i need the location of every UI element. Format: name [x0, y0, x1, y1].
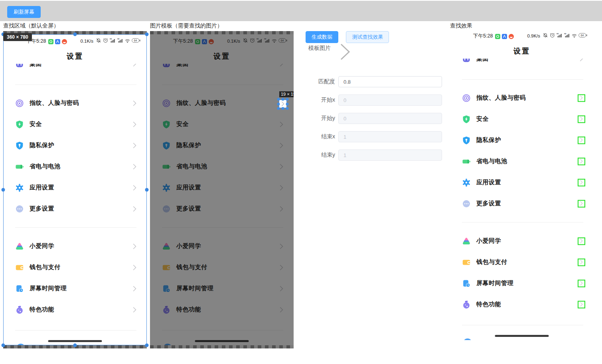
phone-screenshot[interactable]: 下午5:280.1K/sHDHD64设置桌面指纹、人脸与密码安全隐私保护省电与电…: [150, 34, 294, 345]
settings-item-label: 钱包与支付: [30, 264, 61, 271]
template-image-label: 模板图片: [308, 45, 331, 52]
wifi-icon: [125, 37, 130, 45]
status-time: 下午5:28: [473, 33, 493, 39]
selection-handle[interactable]: [73, 344, 77, 347]
selection-handle[interactable]: [145, 188, 149, 192]
chevron-right-icon: [133, 206, 136, 212]
settings-list-item: 应用设置: [450, 172, 594, 193]
match-highlight-box: [578, 94, 585, 102]
svg-text:HD: HD: [117, 38, 120, 40]
end-y-input[interactable]: [338, 150, 442, 161]
template-selection-handle[interactable]: [277, 98, 280, 101]
settings-list-item: 屏幕时间管理: [450, 273, 594, 294]
chevron-right-icon: [133, 121, 136, 127]
settings-item-label: 桌面: [30, 64, 42, 68]
xiaoai-icon: [462, 237, 471, 246]
selection-handle[interactable]: [2, 344, 5, 347]
privacy-icon: [462, 136, 471, 145]
chevron-right-icon: [580, 239, 583, 244]
settings-item-label: 指纹、人脸与密码: [476, 94, 526, 102]
home-indicator: [495, 335, 549, 337]
settings-list-item: 隐私保护: [450, 130, 594, 151]
chevron-right-icon: [133, 142, 136, 148]
template-selection-handle[interactable]: [282, 107, 284, 110]
chevron-right-icon: [133, 307, 136, 313]
divider: [15, 85, 136, 85]
partial-icon: [463, 338, 472, 340]
template-screenshot[interactable]: 下午5:280.1K/sHDHD64设置桌面指纹、人脸与密码安全隐私保护省电与电…: [150, 31, 294, 348]
selection-handle[interactable]: [145, 33, 149, 36]
selection-handle[interactable]: [2, 188, 5, 192]
selection-handle[interactable]: [145, 344, 149, 347]
chevron-right-icon: [580, 96, 583, 100]
signal-icon: HD: [557, 32, 563, 39]
generate-data-button[interactable]: 生成数据: [306, 31, 338, 43]
form-field-row: 结束y: [306, 150, 449, 161]
svg-text:HD: HD: [557, 33, 559, 35]
settings-list-item: 更多设置: [450, 193, 594, 214]
settings-list-item: 小爱同学: [3, 236, 147, 257]
template-selection-handle[interactable]: [282, 98, 284, 101]
settings-list-item: 钱包与支付: [450, 252, 594, 273]
chevron-right-icon: [580, 138, 583, 143]
settings-item-label: 隐私保护: [30, 142, 54, 149]
selection-size-badge: 360 × 780: [3, 33, 32, 41]
template-selection-handle[interactable]: [286, 107, 289, 110]
divider: [462, 79, 583, 80]
chevron-right-icon: [133, 264, 136, 270]
divider: [462, 325, 583, 325]
chevron-right-icon: [133, 163, 136, 169]
settings-item-label: 更多设置: [30, 205, 54, 212]
chevron-right-icon: [133, 163, 136, 169]
refresh-screen-button[interactable]: 刷新屏幕: [7, 6, 41, 18]
result-screenshot[interactable]: 下午5:280.9K/sHDHD64设置桌面指纹、人脸与密码安全隐私保护省电与电…: [450, 29, 594, 340]
match-highlight-box: [578, 179, 585, 186]
divider: [15, 330, 136, 331]
security-icon: [15, 120, 24, 129]
template-selection-handle[interactable]: [286, 98, 289, 101]
settings-list-item: 省电与电池: [3, 156, 147, 177]
test-search-button[interactable]: 测试查找效果: [346, 31, 389, 43]
start-x-input[interactable]: [338, 94, 442, 106]
selection-handle[interactable]: [73, 33, 77, 36]
template-selection-handle[interactable]: [277, 102, 280, 105]
template-selection-handle[interactable]: [286, 102, 289, 105]
settings-list-item: 省电与电池: [450, 151, 594, 172]
partial-icon: [16, 344, 25, 345]
signal-icon: HD: [110, 37, 116, 45]
desktop-icon: [15, 64, 24, 68]
search-region-screenshot[interactable]: 下午5:280.1K/sHDHD64设置桌面指纹、人脸与密码安全隐私保护省电与电…: [3, 31, 147, 348]
chevron-right-icon: [580, 59, 583, 62]
settings-item-label: 特色功能: [476, 301, 501, 308]
status-net-rate: 0.1K/s: [80, 39, 93, 43]
page-title: 设置: [3, 51, 147, 61]
settings-list-item: 特色功能: [3, 299, 147, 320]
battery-icon: [462, 157, 471, 166]
battery-icon: 64: [132, 37, 140, 45]
chevron-right-icon: [580, 117, 583, 122]
match-highlight-box: [578, 136, 585, 144]
chevron-right-icon: [133, 206, 136, 212]
desktop-icon: [462, 59, 471, 63]
chevron-right-icon: [133, 264, 136, 270]
template-panel-label: 图片模板（需要查找的图片）: [150, 22, 223, 30]
fingerprint-icon: [462, 94, 471, 102]
dim-overlay: [150, 34, 294, 345]
form-field-row: 匹配度: [306, 76, 449, 87]
fingerprint-icon: [15, 99, 24, 108]
end-x-input[interactable]: [338, 131, 442, 142]
form-field-row: 开始y: [306, 113, 449, 124]
chevron-right-icon: [133, 121, 136, 127]
settings-list-item: 安全: [450, 108, 594, 130]
template-image-preview[interactable]: [339, 43, 351, 61]
settings-item-label: 钱包与支付: [476, 258, 507, 266]
field-label: 开始x: [306, 96, 335, 104]
start-y-input[interactable]: [338, 113, 442, 124]
settings-item-label: 安全: [30, 120, 42, 128]
phone-screenshot[interactable]: 下午5:280.1K/sHDHD64设置桌面指纹、人脸与密码安全隐私保护省电与电…: [3, 34, 147, 345]
chevron-right-icon: [133, 100, 136, 106]
settings-item-label: 桌面: [476, 59, 489, 63]
match-highlight-box: [578, 301, 585, 308]
template-selection-handle[interactable]: [277, 107, 280, 110]
match-degree-input[interactable]: [338, 76, 442, 87]
